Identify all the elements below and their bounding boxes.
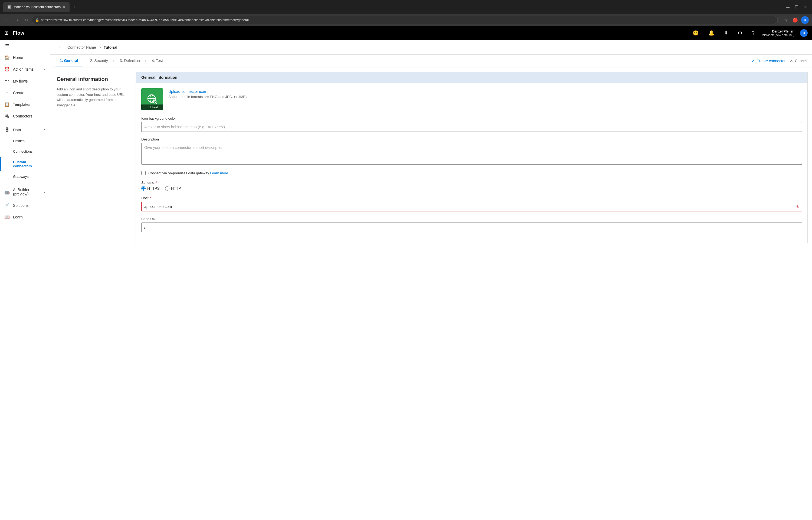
- user-name: Denzel Pfeifer: [772, 29, 793, 33]
- browser-chrome: ⚙ Manage your custom connectors ✕ + — ❐ …: [0, 0, 812, 14]
- base-url-input[interactable]: [141, 223, 802, 232]
- solutions-icon: 📄: [4, 203, 10, 208]
- notification-button[interactable]: 🔔: [706, 28, 717, 37]
- scheme-https-option[interactable]: HTTPS: [141, 186, 160, 190]
- address-bar[interactable]: 🔒 https://preview.flow.microsoft.com/man…: [32, 16, 778, 24]
- upload-hint-text: Supported file formats are PNG and JPG. …: [168, 95, 246, 99]
- step-tabs: 1. General › 2. Security › 3. Definition…: [50, 55, 812, 68]
- browser-user-avatar[interactable]: D: [801, 16, 809, 24]
- tab-title: Manage your custom connectors: [14, 5, 61, 9]
- left-panel-title: General information: [57, 76, 125, 82]
- tab-security-label: 2. Security: [90, 58, 108, 63]
- sidebar-hamburger[interactable]: ☰: [0, 40, 50, 52]
- sidebar-item-ai-builder[interactable]: 🤖 AI Builder (preview) ∨: [0, 184, 50, 200]
- tab-security[interactable]: 2. Security: [86, 55, 112, 67]
- scheme-label: Scheme *: [141, 181, 802, 185]
- download-button[interactable]: ⬇: [721, 28, 731, 37]
- scheme-http-option[interactable]: HTTP: [165, 186, 181, 190]
- learn-more-link[interactable]: Learn more: [210, 171, 228, 175]
- waffle-menu-icon[interactable]: ⊞: [4, 30, 8, 36]
- close-tab-button[interactable]: ✕: [63, 5, 65, 9]
- form-card: General information: [136, 72, 808, 243]
- settings-button[interactable]: ⚙: [735, 28, 745, 37]
- sidebar-item-home[interactable]: 🏠 Home: [0, 52, 50, 63]
- sidebar-item-entities[interactable]: Entities: [0, 136, 50, 146]
- host-input[interactable]: [141, 202, 802, 211]
- browser-nav: ← → ↻ 🔒 https://preview.flow.microsoft.c…: [0, 14, 812, 26]
- tab-general[interactable]: 1. General: [55, 55, 83, 67]
- sidebar-item-my-flows[interactable]: 〜 My flows: [0, 75, 50, 87]
- form-group-description: Description: [141, 137, 802, 165]
- upload-connector-icon-link[interactable]: Upload connector icon: [168, 89, 246, 94]
- learn-icon: 📖: [4, 214, 10, 219]
- sidebar-item-templates[interactable]: 📋 Templates: [0, 99, 50, 110]
- tab-definition[interactable]: 3. Definition: [115, 55, 144, 67]
- connector-icon-svg: [146, 93, 159, 106]
- nav-forward-button[interactable]: →: [13, 17, 21, 24]
- scheme-options: HTTPS HTTP: [141, 186, 802, 190]
- back-button[interactable]: ←: [55, 43, 65, 51]
- http-label: HTTP: [171, 186, 181, 190]
- create-connector-label: Create connector: [757, 59, 785, 63]
- cancel-button[interactable]: ✕ Cancel: [790, 59, 807, 63]
- sidebar-item-create[interactable]: + Create: [0, 87, 50, 99]
- sidebar-action-items-label: Action items: [13, 67, 40, 72]
- sidebar-connectors-label: Connectors: [13, 114, 46, 118]
- url-text: https://preview.flow.microsoft.com/manag…: [41, 18, 249, 22]
- sidebar-item-connections[interactable]: Connections: [0, 146, 50, 157]
- host-required: *: [150, 196, 151, 200]
- tab-test-label: 4. Test: [152, 58, 163, 63]
- sidebar: ☰ 🏠 Home ⏰ Action items ∨ 〜 My flows + C…: [0, 40, 50, 520]
- extension-button[interactable]: 🔴: [791, 16, 800, 24]
- hamburger-icon: ☰: [4, 43, 10, 48]
- upload-icon-button[interactable]: ↑ Upload: [141, 104, 163, 110]
- browser-tab[interactable]: ⚙ Manage your custom connectors ✕: [3, 2, 70, 12]
- user-info: Denzel Pfeifer Microsoft (new default) (: [762, 29, 793, 36]
- help-button[interactable]: ?: [749, 29, 757, 37]
- sidebar-item-solutions[interactable]: 📄 Solutions: [0, 200, 50, 211]
- sidebar-ai-builder-label: AI Builder (preview): [13, 188, 40, 196]
- sidebar-item-action-items[interactable]: ⏰ Action items ∨: [0, 63, 50, 75]
- nav-refresh-button[interactable]: ↻: [23, 17, 29, 24]
- window-restore-button[interactable]: ❐: [793, 4, 800, 10]
- gateway-checkbox[interactable]: [141, 171, 146, 175]
- user-tenant: Microsoft (new default) (: [762, 33, 793, 36]
- step-chevron-3: ›: [145, 59, 147, 63]
- sidebar-item-data[interactable]: 🗄 Data ∧: [0, 124, 50, 136]
- tab-test[interactable]: 4. Test: [148, 55, 167, 67]
- sidebar-templates-label: Templates: [13, 102, 46, 107]
- breadcrumb-current: Tutorial: [104, 45, 117, 50]
- https-radio[interactable]: [141, 186, 146, 190]
- form-section-title: General information: [141, 75, 177, 80]
- right-panel: General information: [131, 68, 812, 520]
- create-connector-check-icon: ✓: [752, 59, 755, 63]
- window-minimize-button[interactable]: —: [784, 4, 791, 10]
- sidebar-item-gateways[interactable]: Gateways: [0, 171, 50, 182]
- gateway-label-text: Connect via on-premises data gateway: [148, 171, 209, 175]
- my-flows-icon: 〜: [4, 78, 10, 84]
- favorites-button[interactable]: ☆: [782, 16, 789, 24]
- base-url-label: Base URL: [141, 217, 802, 221]
- browser-actions: ☆ 🔴 D: [782, 16, 809, 24]
- new-tab-button[interactable]: +: [73, 4, 76, 10]
- step-chevron-2: ›: [113, 59, 114, 63]
- sidebar-data-label: Data: [13, 128, 40, 132]
- window-close-button[interactable]: ✕: [802, 4, 809, 10]
- create-connector-button[interactable]: ✓ Create connector: [752, 59, 785, 63]
- app-header: ⊞ Flow 😊 🔔 ⬇ ⚙ ? Denzel Pfeifer Microsof…: [0, 26, 812, 40]
- description-textarea[interactable]: [141, 143, 802, 164]
- icon-upload-info: Upload connector icon Supported file for…: [168, 88, 246, 99]
- sidebar-item-learn[interactable]: 📖 Learn: [0, 211, 50, 223]
- form-group-icon-bg-color: Icon background color: [141, 116, 802, 132]
- emoji-button[interactable]: 😊: [690, 28, 701, 37]
- sidebar-item-custom-connectors[interactable]: Custom connectors: [0, 157, 50, 171]
- sidebar-item-connectors[interactable]: 🔌 Connectors: [0, 110, 50, 122]
- icon-bg-color-input[interactable]: [141, 122, 802, 132]
- form-group-base-url: Base URL: [141, 217, 802, 232]
- action-buttons: ✓ Create connector ✕ Cancel: [752, 59, 807, 63]
- data-chevron-icon: ∧: [43, 128, 46, 132]
- top-nav: ← Connector Name > Tutorial: [50, 40, 812, 55]
- header-user-avatar[interactable]: D: [800, 29, 808, 37]
- nav-back-button[interactable]: ←: [3, 17, 11, 24]
- http-radio[interactable]: [165, 186, 169, 190]
